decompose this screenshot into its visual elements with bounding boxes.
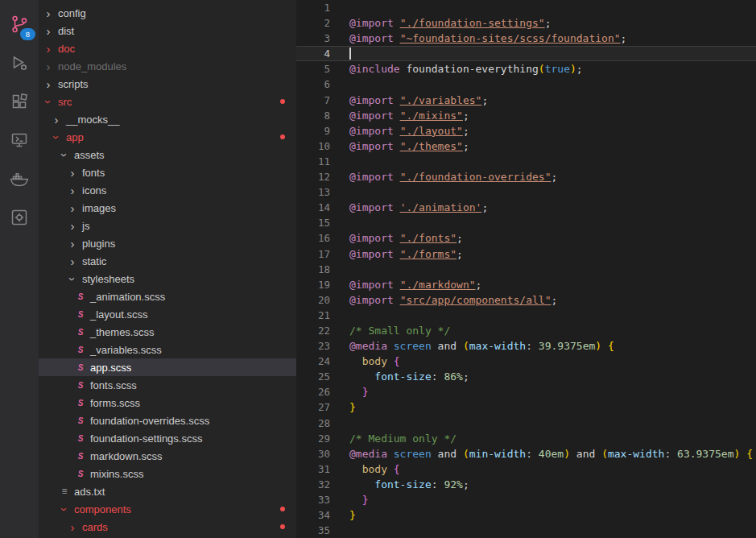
- tree-folder-scripts[interactable]: ›scripts: [39, 75, 296, 93]
- code-token: ;: [545, 17, 552, 29]
- line-number: 20: [296, 292, 341, 308]
- code-line[interactable]: 14@import './animation';: [296, 200, 756, 215]
- tree-folder-images[interactable]: ›images: [39, 199, 296, 217]
- code-token: [595, 448, 601, 460]
- chevron-down-icon: ›: [50, 130, 64, 143]
- code-line[interactable]: 5@include foundation-everything(true);: [296, 61, 756, 77]
- code-line[interactable]: 1: [296, 0, 756, 15]
- tree-file-app.scss[interactable]: Sapp.scss: [39, 358, 296, 376]
- tree-file-fonts.scss[interactable]: Sfonts.scss: [39, 376, 296, 394]
- code-line[interactable]: 20@import "src/app/components/all";: [296, 292, 756, 308]
- code-token: @import: [349, 201, 394, 213]
- tree-folder-stylesheets[interactable]: ›stylesheets: [39, 270, 296, 288]
- code-token: 92%: [444, 478, 462, 490]
- code-line[interactable]: 21: [296, 308, 756, 323]
- tree-file-foundation-settings.scss[interactable]: Sfoundation-settings.scss: [39, 429, 296, 447]
- tree-folder-components[interactable]: ›components: [39, 500, 296, 518]
- activity-source-control[interactable]: 8: [0, 5, 39, 43]
- code-editor[interactable]: 12@import "./foundation-settings";3@impo…: [296, 0, 756, 538]
- code-line[interactable]: 26 }: [296, 384, 756, 399]
- code-content: [341, 184, 756, 200]
- tree-file-forms.scss[interactable]: Sforms.scss: [39, 394, 296, 412]
- code-token: ;: [456, 248, 463, 260]
- tree-file-mixins.scss[interactable]: Smixins.scss: [39, 465, 296, 482]
- code-line[interactable]: 8@import "./mixins";: [296, 108, 756, 123]
- line-number: 28: [296, 416, 341, 431]
- code-line[interactable]: 17@import "./forms";: [296, 246, 756, 262]
- code-line[interactable]: 30@media screen and (min-width: 40em) an…: [296, 446, 756, 461]
- code-line[interactable]: 35: [296, 523, 756, 538]
- code-line[interactable]: 3@import "~foundation-sites/scss/foundat…: [296, 31, 756, 46]
- code-line[interactable]: 7@import "./variables";: [296, 93, 756, 108]
- code-line[interactable]: 4: [296, 46, 756, 61]
- tree-folder-app[interactable]: ›app: [39, 128, 296, 146]
- code-line[interactable]: 29/* Medium only */: [296, 431, 756, 446]
- activity-remote-explorer[interactable]: [0, 121, 39, 159]
- code-line[interactable]: 19@import "./markdown";: [296, 277, 756, 292]
- tree-file-_themes.scss[interactable]: S_themes.scss: [39, 323, 296, 341]
- code-content: body {: [341, 461, 756, 477]
- code-line[interactable]: 15: [296, 215, 756, 230]
- code-line[interactable]: 6: [296, 77, 756, 92]
- tree-folder-static[interactable]: ›static: [39, 252, 296, 270]
- tree-folder-fonts[interactable]: ›fonts: [39, 163, 296, 181]
- tree-file-markdown.scss[interactable]: Smarkdown.scss: [39, 447, 296, 465]
- code-line[interactable]: 18: [296, 262, 756, 277]
- txt-file-icon: ≡: [58, 486, 71, 497]
- tree-folder-icons[interactable]: ›icons: [39, 181, 296, 199]
- code-line[interactable]: 13: [296, 184, 756, 200]
- tree-file-_animation.scss[interactable]: S_animation.scss: [39, 288, 296, 305]
- tree-item-label: _themes.scss: [90, 326, 154, 338]
- line-number: 12: [296, 169, 341, 184]
- line-number: 5: [296, 61, 341, 77]
- tree-folder-cards[interactable]: ›cards: [39, 518, 296, 536]
- code-line[interactable]: 12@import "./foundation-overrides";: [296, 169, 756, 184]
- tree-folder-node_modules[interactable]: ›node_modules: [39, 57, 296, 75]
- code-token: }: [362, 386, 369, 398]
- code-line[interactable]: 11: [296, 154, 756, 169]
- activity-run-and-debug[interactable]: [0, 43, 39, 82]
- code-line[interactable]: 16@import "./fonts";: [296, 230, 756, 246]
- tree-folder-src[interactable]: ›src: [39, 93, 296, 110]
- tree-folder-__mocks__[interactable]: ›__mocks__: [39, 110, 296, 128]
- code-content: @import "./markdown";: [341, 277, 756, 292]
- code-line[interactable]: 9@import "./layout";: [296, 123, 756, 139]
- tree-folder-assets[interactable]: ›assets: [39, 146, 296, 163]
- chevron-right-icon: ›: [66, 184, 79, 197]
- tree-folder-config[interactable]: ›config: [39, 4, 296, 22]
- tree-folder-js[interactable]: ›js: [39, 217, 296, 234]
- code-line[interactable]: 10@import "./themes";: [296, 139, 756, 154]
- code-line[interactable]: 31 body {: [296, 461, 756, 477]
- code-line[interactable]: 23@media screen and (max-width: 39.9375e…: [296, 338, 756, 354]
- tree-file-ads.txt[interactable]: ≡ads.txt: [39, 482, 296, 500]
- tree-file-_layout.scss[interactable]: S_layout.scss: [39, 305, 296, 323]
- tree-folder-plugins[interactable]: ›plugins: [39, 234, 296, 252]
- scss-file-icon: S: [74, 434, 87, 443]
- chevron-right-icon: ›: [66, 255, 79, 268]
- activity-docker[interactable]: [0, 159, 39, 198]
- code-line[interactable]: 32 font-size: 92%;: [296, 477, 756, 492]
- code-line[interactable]: 33 }: [296, 492, 756, 507]
- code-line[interactable]: 34}: [296, 507, 756, 523]
- code-line[interactable]: 22/* Small only */: [296, 323, 756, 338]
- tree-folder-doc[interactable]: ›doc: [39, 39, 296, 57]
- tree-item-label: config: [58, 7, 86, 19]
- tree-file-_variables.scss[interactable]: S_variables.scss: [39, 341, 296, 358]
- activity-extensions[interactable]: [0, 82, 39, 121]
- code-content: [341, 46, 756, 61]
- tree-file-foundation-overrides.scss[interactable]: Sfoundation-overrides.scss: [39, 412, 296, 429]
- line-number: 34: [296, 507, 341, 523]
- code-line[interactable]: 27}: [296, 399, 756, 415]
- code-line[interactable]: 28: [296, 416, 756, 431]
- tree-folder-dist[interactable]: ›dist: [39, 22, 296, 39]
- code-content: @import "src/app/components/all";: [341, 292, 756, 308]
- code-content: @import "./mixins";: [341, 108, 756, 123]
- code-content: body {: [341, 354, 756, 369]
- tree-item-label: app: [66, 131, 84, 143]
- code-token: }: [349, 401, 356, 413]
- line-number: 35: [296, 523, 341, 538]
- activity-settings-tool[interactable]: [0, 198, 39, 237]
- code-line[interactable]: 25 font-size: 86%;: [296, 369, 756, 384]
- code-line[interactable]: 24 body {: [296, 354, 756, 369]
- code-line[interactable]: 2@import "./foundation-settings";: [296, 15, 756, 31]
